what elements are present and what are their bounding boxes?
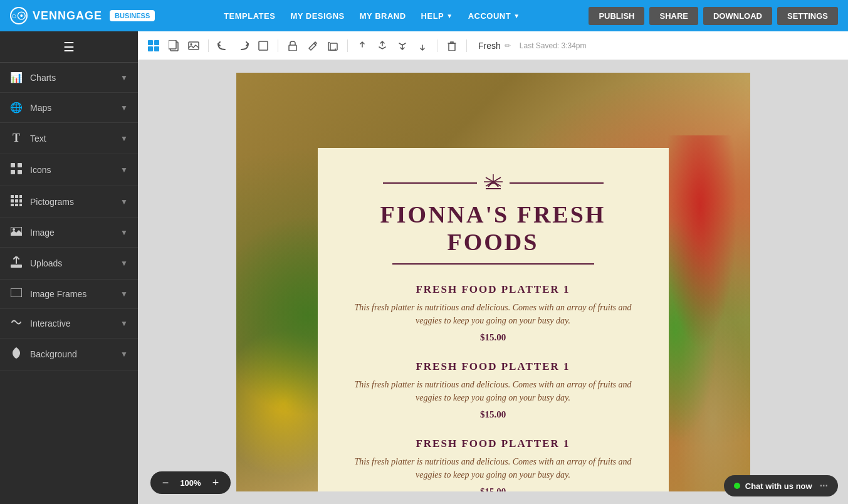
toolbar-venngage-icon[interactable] <box>145 38 162 54</box>
toolbar-undo-icon[interactable] <box>215 38 231 54</box>
svg-rect-4 <box>11 170 15 174</box>
uploads-icon <box>10 256 23 270</box>
sidebar-item-charts[interactable]: 📊 Charts ▼ <box>0 63 138 93</box>
svg-rect-5 <box>18 170 22 174</box>
svg-rect-10 <box>15 199 18 202</box>
toolbar-duplicate-icon[interactable] <box>325 38 341 54</box>
settings-button[interactable]: SETTINGS <box>777 7 838 25</box>
toolbar-bring-forward-icon[interactable] <box>374 38 390 54</box>
charts-caret: ▼ <box>120 73 128 82</box>
chat-online-indicator <box>734 483 740 489</box>
toolbar-lock-icon[interactable] <box>285 38 301 54</box>
svg-rect-12 <box>11 204 14 206</box>
menu-item-3-price: $15.00 <box>349 486 637 491</box>
account-caret: ▼ <box>513 13 520 19</box>
sidebar-item-image[interactable]: Image ▼ <box>0 218 138 248</box>
nav-left: VENNGAGE BUSINESS <box>10 7 155 24</box>
document-name: Fresh <box>478 41 501 51</box>
toolbar-send-back-icon[interactable] <box>414 38 431 54</box>
svg-line-32 <box>486 177 493 182</box>
menu-item-3-title: FRESH FOOD PLATTER 1 <box>349 438 637 450</box>
svg-rect-19 <box>148 40 153 45</box>
image-frames-icon <box>10 288 23 300</box>
nav-account[interactable]: ACCOUNT ▼ <box>468 11 520 21</box>
menu-header: FIONNA'S FRESH FOODS <box>349 173 637 265</box>
logo[interactable]: VENNGAGE <box>10 7 102 24</box>
svg-rect-25 <box>189 42 199 50</box>
toolbar-bring-front-icon[interactable] <box>354 38 370 54</box>
svg-rect-14 <box>19 204 22 206</box>
text-caret: ▼ <box>120 134 128 143</box>
sidebar-item-background[interactable]: Background ▼ <box>0 339 138 370</box>
doc-edit-icon[interactable]: ✏ <box>505 41 511 50</box>
svg-point-16 <box>13 228 15 231</box>
toolbar-copy-icon[interactable] <box>165 38 182 54</box>
canvas-area[interactable]: FIONNA'S FRESH FOODS FRESH FOOD PLATTER … <box>138 60 848 504</box>
menu-item-2-desc: This fresh platter is nutritious and del… <box>349 378 637 404</box>
sidebar-item-interactive[interactable]: Interactive ▼ <box>0 309 138 339</box>
logo-text: VENNGAGE <box>33 9 102 23</box>
sidebar-item-maps[interactable]: 🌐 Maps ▼ <box>0 93 138 123</box>
divider-line-left <box>383 182 477 184</box>
publish-button[interactable]: PUBLISH <box>589 7 644 25</box>
zoom-out-button[interactable]: − <box>158 475 173 490</box>
download-button[interactable]: DOWNLOAD <box>703 7 772 25</box>
nav-my-brand[interactable]: MY BRAND <box>360 11 406 21</box>
chat-ellipsis-icon: ··· <box>820 480 828 491</box>
svg-rect-2 <box>11 163 15 167</box>
icons-caret: ▼ <box>120 165 128 174</box>
background-caret: ▼ <box>120 350 128 359</box>
menu-title-underline <box>392 263 594 265</box>
svg-rect-7 <box>15 195 18 198</box>
sidebar-item-pictograms[interactable]: Pictograms ▼ <box>0 186 138 218</box>
menu-item-2-price: $15.00 <box>349 409 637 420</box>
svg-rect-11 <box>19 199 22 202</box>
design-canvas[interactable]: FIONNA'S FRESH FOODS FRESH FOOD PLATTER … <box>236 73 750 491</box>
zoom-in-button[interactable]: + <box>208 475 223 490</box>
svg-rect-21 <box>148 46 153 51</box>
toolbar-resize-icon[interactable] <box>255 38 271 54</box>
svg-rect-24 <box>169 40 176 49</box>
toolbar-redo-icon[interactable] <box>235 38 251 54</box>
menu-item-2[interactable]: FRESH FOOD PLATTER 1 This fresh platter … <box>349 360 637 420</box>
image-icon <box>10 227 23 238</box>
nav-right: PUBLISH SHARE DOWNLOAD SETTINGS <box>589 7 838 25</box>
share-button[interactable]: SHARE <box>649 7 698 25</box>
hamburger-icon: ☰ <box>63 39 75 55</box>
logo-icon <box>10 7 28 24</box>
svg-rect-8 <box>19 195 22 198</box>
separator-5 <box>466 39 467 52</box>
separator-3 <box>347 39 348 52</box>
nav-templates[interactable]: TEMPLATES <box>224 11 275 21</box>
sidebar-item-image-frames[interactable]: Image Frames ▼ <box>0 280 138 309</box>
svg-rect-6 <box>11 195 14 198</box>
sidebar-item-icons[interactable]: Icons ▼ <box>0 154 138 186</box>
help-caret: ▼ <box>446 13 453 19</box>
toolbar-delete-icon[interactable] <box>444 38 460 54</box>
maps-icon: 🌐 <box>10 102 23 113</box>
sidebar-item-uploads[interactable]: Uploads ▼ <box>0 248 138 280</box>
image-caret: ▼ <box>120 228 128 237</box>
nav-help[interactable]: HELP ▼ <box>421 11 453 21</box>
menu-item-1-price: $15.00 <box>349 332 637 343</box>
toolbar-image-icon[interactable] <box>186 38 202 54</box>
sidebar-item-text[interactable]: T Text ▼ <box>0 123 138 154</box>
background-icon <box>10 347 23 361</box>
top-navigation: VENNGAGE BUSINESS TEMPLATES MY DESIGNS M… <box>0 0 848 31</box>
menu-card[interactable]: FIONNA'S FRESH FOODS FRESH FOOD PLATTER … <box>318 148 669 491</box>
menu-item-1[interactable]: FRESH FOOD PLATTER 1 This fresh platter … <box>349 283 637 343</box>
chat-widget[interactable]: Chat with us now ··· <box>724 475 838 496</box>
text-icon: T <box>10 132 23 145</box>
interactive-icon <box>10 318 23 329</box>
toolbar-send-backward-icon[interactable] <box>394 38 411 54</box>
menu-item-3[interactable]: FRESH FOOD PLATTER 1 This fresh platter … <box>349 438 637 491</box>
svg-rect-9 <box>11 199 14 202</box>
toolbar-edit-icon[interactable] <box>305 38 321 54</box>
nav-my-designs[interactable]: MY DESIGNS <box>290 11 344 21</box>
sidebar-menu-button[interactable]: ☰ <box>0 31 138 63</box>
menu-title: FIONNA'S FRESH FOODS <box>349 201 637 256</box>
menu-item-1-desc: This fresh platter is nutritious and del… <box>349 301 637 327</box>
sun-divider <box>349 173 637 193</box>
separator-4 <box>437 39 437 52</box>
menu-item-3-desc: This fresh platter is nutritious and del… <box>349 455 637 481</box>
